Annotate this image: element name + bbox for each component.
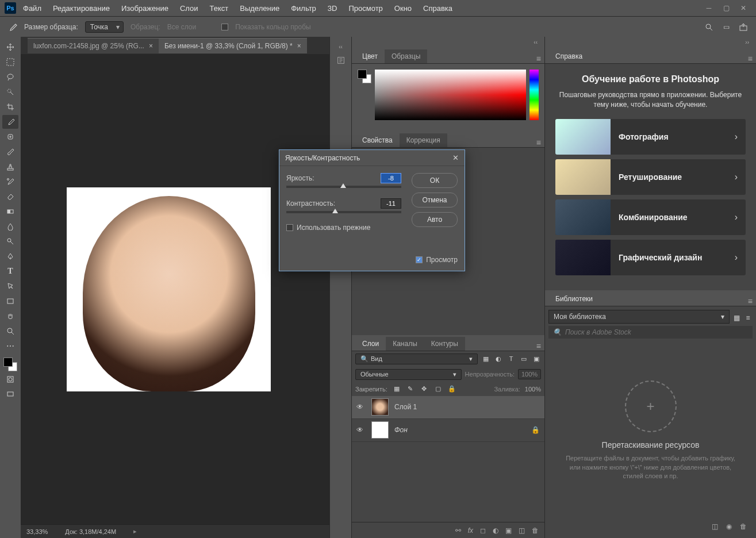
close-icon[interactable]: × — [149, 42, 153, 50]
eyedropper-tool[interactable] — [2, 115, 18, 129]
pen-tool[interactable] — [2, 249, 18, 263]
contrast-input[interactable] — [381, 198, 401, 209]
tab-color[interactable]: Цвет — [355, 49, 385, 63]
cancel-button[interactable]: Отмена — [412, 193, 458, 207]
fg-bg-indicator[interactable] — [358, 70, 371, 83]
menu-text[interactable]: Текст — [205, 2, 233, 15]
zoom-tool[interactable] — [2, 324, 18, 338]
filter-type-icon[interactable]: T — [506, 354, 516, 363]
collapse-icon[interactable]: ‹‹ — [530, 38, 541, 47]
blend-mode-select[interactable]: Обычные▾ — [355, 369, 462, 380]
search-icon[interactable] — [704, 22, 713, 32]
layer-thumbnail[interactable] — [371, 421, 389, 439]
tab-adjustments[interactable]: Коррекция — [400, 133, 447, 147]
filter-shape-icon[interactable]: ▭ — [519, 354, 528, 363]
library-select[interactable]: Моя библиотека▾ — [548, 310, 730, 324]
quick-select-tool[interactable] — [2, 85, 18, 99]
preview-checkbox[interactable]: ✓ — [416, 256, 423, 263]
edit-toolbar[interactable]: ⋯ — [2, 339, 18, 353]
lock-transparency-icon[interactable]: ▦ — [392, 385, 401, 394]
panel-menu-icon[interactable]: ≡ — [748, 54, 753, 63]
add-mask-icon[interactable]: ◻ — [480, 527, 486, 535]
add-asset-icon[interactable]: ◫ — [712, 522, 718, 531]
doc-size[interactable]: Док: 3,18M/4,24M — [65, 528, 116, 535]
eraser-tool[interactable] — [2, 190, 18, 203]
collapse-icon[interactable]: ‹‹ — [335, 43, 346, 51]
color-field[interactable] — [375, 70, 526, 120]
delete-layer-icon[interactable]: 🗑 — [532, 527, 539, 535]
menu-view[interactable]: Просмотр — [344, 2, 387, 15]
crop-tool[interactable] — [2, 100, 18, 114]
brush-tool[interactable] — [2, 145, 18, 159]
tab-swatches[interactable]: Образцы — [385, 49, 427, 63]
sample-size-select[interactable]: Точка — [85, 21, 124, 33]
type-tool[interactable]: T — [2, 264, 18, 278]
history-panel-icon[interactable] — [336, 56, 346, 65]
contrast-slider[interactable] — [286, 211, 401, 213]
library-dropzone[interactable]: + Перетаскивание ресурсов Перетащите фай… — [548, 343, 753, 518]
dodge-tool[interactable] — [2, 235, 18, 248]
layer-kind-filter[interactable]: 🔍 Вид ▾ — [355, 353, 478, 364]
lesson-combine[interactable]: Комбинирование› — [555, 199, 746, 235]
menu-3d[interactable]: 3D — [323, 2, 342, 15]
menu-window[interactable]: Окно — [390, 2, 416, 15]
search-input[interactable]: 🔍 Поиск в Adobe Stock — [548, 326, 753, 339]
cc-sync-icon[interactable]: ◉ — [726, 522, 732, 531]
new-adjustment-icon[interactable]: ◐ — [493, 527, 498, 535]
filter-image-icon[interactable]: ▦ — [481, 354, 490, 363]
delete-asset-icon[interactable]: 🗑 — [740, 522, 747, 531]
layer-row[interactable]: 👁 Слой 1 — [352, 396, 544, 419]
lock-all-icon[interactable]: 🔒 — [447, 385, 456, 394]
close-icon[interactable]: ✕ — [735, 3, 751, 13]
hand-tool[interactable] — [2, 309, 18, 323]
minimize-icon[interactable]: ─ — [701, 3, 717, 13]
tab-paths[interactable]: Контуры — [424, 337, 465, 351]
eyedropper-tool-icon[interactable] — [8, 22, 17, 32]
legacy-checkbox[interactable] — [286, 224, 293, 231]
visibility-toggle[interactable]: 👁 — [356, 426, 366, 434]
tab-libraries[interactable]: Библиотеки — [548, 292, 600, 306]
lock-pixels-icon[interactable]: ✎ — [406, 385, 415, 394]
dialog-titlebar[interactable]: Яркость/Контрастность ✕ — [279, 150, 465, 166]
menu-edit[interactable]: Редактирование — [48, 2, 114, 15]
lesson-retouch[interactable]: Ретуширование› — [555, 159, 746, 195]
tab-channels[interactable]: Каналы — [386, 337, 424, 351]
close-icon[interactable]: × — [297, 42, 301, 50]
panel-menu-icon[interactable]: ≡ — [748, 297, 753, 306]
healing-tool[interactable] — [2, 130, 18, 144]
lesson-design[interactable]: Графический дизайн› — [555, 240, 746, 275]
move-tool[interactable] — [2, 40, 18, 54]
lock-artboard-icon[interactable]: ▢ — [433, 385, 443, 394]
brightness-slider[interactable] — [286, 186, 401, 188]
list-view-icon[interactable]: ≡ — [743, 313, 753, 322]
link-layers-icon[interactable]: ⚯ — [455, 527, 461, 535]
tab-layers[interactable]: Слои — [355, 337, 386, 351]
workspace-icon[interactable]: ▭ — [722, 22, 731, 32]
layer-fx-icon[interactable]: fx — [468, 527, 473, 535]
menu-help[interactable]: Справка — [419, 2, 457, 15]
document-tab-2[interactable]: Без имени-1 @ 33,3% (Слой 1, RGB/8) * × — [159, 38, 307, 53]
blur-tool[interactable] — [2, 220, 18, 233]
layer-row[interactable]: 👁 Фон 🔒 — [352, 419, 544, 442]
grid-view-icon[interactable]: ▦ — [732, 313, 741, 322]
fg-bg-swatches[interactable] — [3, 358, 17, 371]
new-group-icon[interactable]: ▣ — [505, 527, 512, 535]
close-icon[interactable]: ✕ — [452, 153, 459, 162]
quickmask-toggle[interactable] — [2, 372, 18, 386]
panel-menu-icon[interactable]: ≡ — [536, 138, 541, 147]
filter-adjust-icon[interactable]: ◐ — [494, 354, 503, 363]
hue-bar[interactable] — [529, 70, 539, 120]
history-brush-tool[interactable] — [2, 175, 18, 189]
menu-layers[interactable]: Слои — [175, 2, 203, 15]
layer-thumbnail[interactable] — [371, 398, 389, 416]
share-icon[interactable] — [739, 22, 748, 32]
fill-value[interactable]: 100% — [525, 386, 541, 393]
shape-tool[interactable] — [2, 294, 18, 308]
visibility-toggle[interactable]: 👁 — [356, 403, 366, 411]
menu-filter[interactable]: Фильтр — [286, 2, 321, 15]
layer-name[interactable]: Слой 1 — [394, 403, 417, 411]
marquee-tool[interactable] — [2, 55, 18, 69]
menu-file[interactable]: Файл — [18, 2, 46, 15]
auto-button[interactable]: Авто — [412, 212, 458, 227]
opacity-value[interactable]: 100% — [518, 369, 541, 379]
